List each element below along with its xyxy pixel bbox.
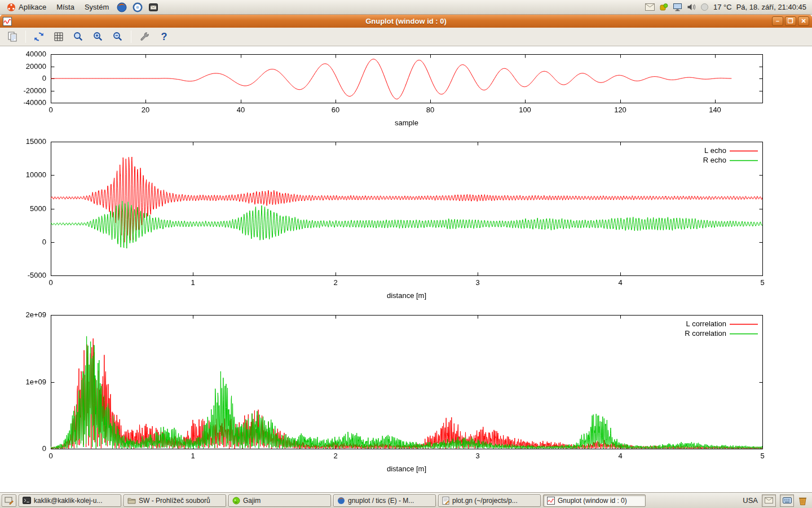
file-manager-icon xyxy=(127,497,136,504)
top-panel: Aplikace Místa Systém xyxy=(0,0,812,15)
task-label: kaklik@kaklik-kolej-u... xyxy=(34,497,103,505)
terminal-icon xyxy=(23,497,31,504)
replot-icon[interactable] xyxy=(32,29,46,44)
trash-icon[interactable] xyxy=(798,496,807,506)
close-button[interactable]: ✕ xyxy=(798,16,809,26)
task-button-firefox[interactable]: gnuplot / tics (E) - M... xyxy=(333,494,436,507)
task-button-editor[interactable]: plot.gn (~/projects/p... xyxy=(438,494,541,507)
copy-to-clipboard-icon[interactable] xyxy=(5,29,20,44)
window-titlebar[interactable]: Gnuplot (window id : 0) – ❐ ✕ xyxy=(0,15,812,28)
toggle-grid-icon[interactable] xyxy=(51,29,66,44)
gnuplot-window-icon xyxy=(3,17,12,26)
help-launcher-icon[interactable] xyxy=(130,1,145,14)
taskbar: kaklik@kaklik-kolej-u... SW - Prohlížeč … xyxy=(0,492,812,508)
minimize-button[interactable]: – xyxy=(772,16,783,26)
task-label: Gnuplot (window id : 0) xyxy=(558,497,627,505)
temperature-label[interactable]: 17 °C xyxy=(713,3,732,11)
help-icon[interactable]: ? xyxy=(157,29,171,44)
clock-label[interactable]: Pá, 18. září, 21:40:45 xyxy=(736,3,806,11)
desktop: Aplikace Místa Systém xyxy=(0,0,812,508)
task-button-gajim[interactable]: Gajim xyxy=(228,494,331,507)
volume-icon[interactable] xyxy=(687,3,696,11)
window-controls: – ❐ ✕ xyxy=(772,16,809,26)
menu-applications[interactable]: Aplikace xyxy=(2,1,51,14)
show-desktop-icon xyxy=(5,497,14,505)
mail-notifier-icon[interactable] xyxy=(645,3,655,11)
echo-chart[interactable] xyxy=(0,135,812,305)
keyboard-icon xyxy=(783,497,792,503)
menu-system[interactable]: Systém xyxy=(80,1,113,13)
text-editor-icon xyxy=(442,497,449,505)
mail-indicator[interactable] xyxy=(762,494,776,507)
firefox-launcher-icon[interactable] xyxy=(114,1,129,14)
task-button-gnuplot[interactable]: Gnuplot (window id : 0) xyxy=(543,494,646,507)
task-button-file-manager[interactable]: SW - Prohlížeč souborů xyxy=(123,494,226,507)
zoom-out-icon[interactable] xyxy=(111,29,125,44)
mail-indicator-icon xyxy=(765,497,773,503)
weather-icon[interactable] xyxy=(700,3,709,11)
menu-applications-label: Aplikace xyxy=(19,3,46,11)
configure-icon[interactable] xyxy=(137,29,152,44)
task-label: gnuplot / tics (E) - M... xyxy=(348,497,414,505)
maximize-button[interactable]: ❐ xyxy=(785,16,796,26)
panel-status-area: 17 °C Pá, 18. září, 21:40:45 xyxy=(645,3,810,12)
task-button-terminal[interactable]: kaklik@kaklik-kolej-u... xyxy=(19,494,121,507)
task-label: plot.gn (~/projects/p... xyxy=(452,497,518,505)
menu-places-label: Místa xyxy=(56,3,74,11)
software-update-icon[interactable] xyxy=(659,3,668,12)
zoom-in-icon[interactable] xyxy=(91,29,105,44)
gnuplot-icon xyxy=(547,497,555,505)
toolbar-separator xyxy=(131,30,131,43)
gnuplot-toolbar: ? xyxy=(0,28,812,46)
waveform-chart[interactable] xyxy=(0,49,812,133)
firefox-icon xyxy=(337,497,345,505)
menu-system-label: Systém xyxy=(85,3,109,11)
task-label: Gajim xyxy=(243,497,261,505)
display-icon[interactable] xyxy=(673,3,682,11)
taskbar-tray: USA xyxy=(743,494,810,507)
window-title: Gnuplot (window id : 0) xyxy=(0,17,812,25)
toolbar-separator xyxy=(25,30,26,43)
keyboard-layout-indicator[interactable]: USA xyxy=(743,496,758,505)
keyboard-indicator[interactable] xyxy=(780,494,794,507)
menu-places[interactable]: Místa xyxy=(52,1,79,13)
correlation-chart[interactable] xyxy=(0,309,812,478)
show-desktop-button[interactable] xyxy=(2,494,16,507)
mail-client-launcher-icon[interactable] xyxy=(146,1,161,14)
gajim-icon xyxy=(232,497,240,505)
zoom-previous-icon[interactable] xyxy=(71,29,86,44)
ubuntu-logo-icon xyxy=(7,3,16,12)
task-label: SW - Prohlížeč souborů xyxy=(139,497,210,505)
plot-area xyxy=(0,46,812,492)
